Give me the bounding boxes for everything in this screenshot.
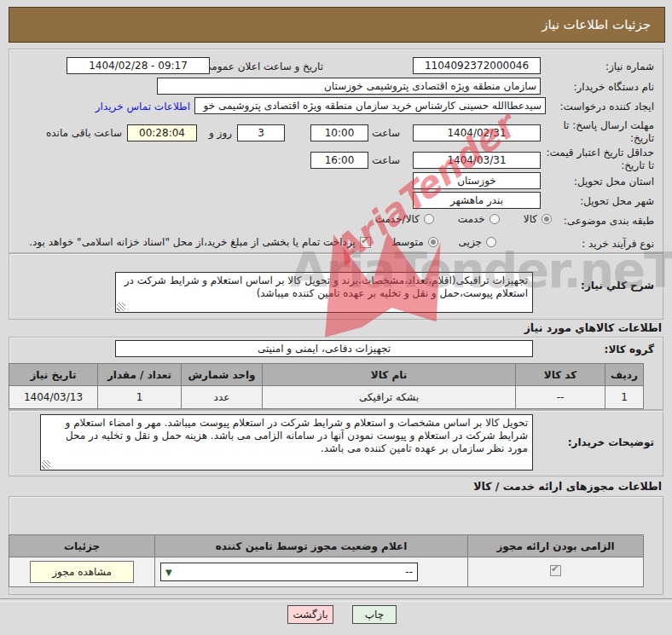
deadline-hour-label: ساعت bbox=[372, 127, 400, 139]
treasury-note-option: پرداخت تمام یا بخشی از مبلغ خرید،از محل … bbox=[29, 236, 371, 248]
buyer-contact-link[interactable]: اطلاعات تماس خریدار bbox=[96, 101, 190, 113]
radio-service-label: خدمت bbox=[458, 213, 485, 225]
city-field[interactable]: بندر ماهشهر bbox=[413, 192, 541, 209]
resize-grip-icon[interactable] bbox=[42, 460, 50, 469]
license-cell-status: -- ▼ bbox=[155, 557, 468, 587]
deadline-time-field[interactable]: 10:00 bbox=[310, 124, 368, 141]
page-title: جزئیات اطلاعات نیاز bbox=[542, 17, 664, 32]
goods-table-row: 1 -- بشکه ترافیکی عدد 1 1404/03/13 bbox=[9, 386, 644, 409]
deadline-date-field[interactable]: 1404/02/31 bbox=[413, 124, 541, 141]
license-status-value: -- bbox=[405, 566, 413, 578]
goods-table-header-row: ردیف کد کالا نام کالا واحد شمارش تعداد /… bbox=[9, 364, 644, 386]
radio-service-icon[interactable] bbox=[490, 214, 500, 224]
goods-group-field[interactable]: تجهیزات دفاعی، ایمنی و امنیتی bbox=[115, 340, 533, 357]
radio-medium-label: متوسط bbox=[391, 236, 424, 248]
deadline-label: مهلت ارسال پاسخ: تا تاریخ: bbox=[543, 119, 654, 145]
need-description-text: تجهیزات ترافیکی(اقلام،تعداد،مشخصات،برند … bbox=[125, 274, 528, 299]
buyer-org-field[interactable]: سازمان منطقه ویژه اقتصادی پتروشیمی خوزست… bbox=[157, 78, 541, 95]
license-panel: الزامی بودن ارائه مجوز اعلام وضعیت مجوز … bbox=[9, 496, 663, 595]
radio-partial-icon[interactable] bbox=[486, 237, 496, 247]
process-option-partial: جزیی bbox=[459, 236, 496, 248]
buyer-notes-panel: توضیحات خریدار: تحویل کالا بر اساس مشخصا… bbox=[9, 410, 663, 476]
license-required-checkbox[interactable] bbox=[550, 565, 561, 576]
chevron-down-icon: ▼ bbox=[165, 568, 172, 577]
goods-cell-need-date: 1404/03/13 bbox=[9, 386, 98, 409]
license-cell-details: مشاهده مجوز bbox=[9, 557, 155, 587]
goods-header-code: کد کالا bbox=[516, 364, 605, 386]
announce-datetime-label: تاریخ و ساعت اعلان عمومی: bbox=[200, 61, 323, 72]
province-field[interactable]: خوزستان bbox=[413, 172, 541, 189]
goods-cell-code: -- bbox=[516, 386, 605, 409]
deadline-days-field[interactable]: 3 bbox=[237, 124, 285, 141]
price-validity-label: حداقل تاریخ اعتبار قیمت: تا تاریخ: bbox=[543, 147, 654, 172]
creator-label: ایجاد کننده درخواست: bbox=[559, 101, 654, 113]
license-section-title: اطلاعات مجوزهای ارائه خدمت / کالا bbox=[473, 480, 662, 493]
license-table: الزامی بودن ارائه مجوز اعلام وضعیت مجوز … bbox=[9, 534, 644, 587]
goods-header-qty: تعداد / مقدار bbox=[98, 364, 182, 386]
goods-cell-row-no: 1 bbox=[605, 386, 644, 409]
goods-section-title: اطلاعات کالاهاي مورد نیاز bbox=[524, 321, 662, 334]
license-header-status: اعلام وضعیت مجوز توسط تامین کننده bbox=[155, 535, 468, 557]
print-button[interactable]: چاپ bbox=[352, 605, 397, 624]
buyer-notes-textarea[interactable]: تحویل کالا بر اساس مشخصات و استعلام و شر… bbox=[40, 414, 533, 470]
license-header-required: الزامی بودن ارائه مجوز bbox=[468, 535, 644, 557]
classification-label: طبقه بندی موضوعی: bbox=[564, 215, 654, 227]
need-number-label: شماره نیاز: bbox=[605, 61, 654, 72]
title-bar: جزئیات اطلاعات نیاز bbox=[9, 7, 665, 43]
classification-option-service: خدمت bbox=[458, 213, 500, 225]
buyer-notes-label: توضیحات خریدار: bbox=[568, 436, 654, 448]
radio-goods-service-label: کالا/خدمت bbox=[375, 213, 420, 225]
footer-separator bbox=[0, 598, 672, 602]
need-description-label: شرح کلي نیاز: bbox=[581, 280, 654, 292]
goods-cell-name: بشکه ترافیکی bbox=[263, 386, 516, 409]
classification-option-goods-service: کالا/خدمت bbox=[375, 213, 434, 225]
view-license-button[interactable]: مشاهده مجوز bbox=[30, 561, 134, 583]
license-status-select[interactable]: -- ▼ bbox=[160, 563, 418, 581]
goods-header-need-date: تاریخ نیاز bbox=[9, 364, 98, 386]
treasury-checkbox[interactable] bbox=[360, 237, 371, 248]
license-cell-required bbox=[468, 557, 644, 587]
goods-panel: گروه کالا: تجهیزات دفاعی، ایمنی و امنیتی… bbox=[9, 337, 663, 410]
process-type-label: نوع فرآیند خرید : bbox=[582, 238, 654, 250]
need-number-field[interactable]: 1104092372000046 bbox=[413, 57, 541, 74]
goods-cell-qty: 1 bbox=[98, 386, 182, 409]
radio-partial-label: جزیی bbox=[459, 236, 482, 248]
process-type-options: جزیی متوسط پرداخت تمام یا بخشی از مبلغ خ… bbox=[29, 236, 496, 248]
announce-datetime-field[interactable]: 1404/02/28 - 09:17 bbox=[67, 57, 210, 74]
license-header-details: جزئیات bbox=[9, 535, 155, 557]
creator-field[interactable]: سیدعطاالله حسینی کارشناس خرید سازمان منط… bbox=[194, 97, 546, 114]
price-validity-date-field[interactable]: 1404/03/31 bbox=[413, 152, 541, 169]
countdown-label: ساعت باقی مانده bbox=[46, 127, 122, 139]
goods-header-row-no: ردیف bbox=[605, 364, 644, 386]
goods-header-unit: واحد شمارش bbox=[182, 364, 263, 386]
countdown-field: 00:28:04 bbox=[127, 124, 197, 141]
province-label: استان محل تحویل: bbox=[574, 176, 654, 188]
radio-medium-icon[interactable] bbox=[428, 237, 438, 247]
city-label: شهر محل تحویل: bbox=[580, 195, 654, 207]
radio-goods-label: کالا bbox=[524, 213, 537, 225]
goods-header-name: نام کالا bbox=[263, 364, 516, 386]
days-and-label: روز و bbox=[209, 127, 232, 139]
resize-grip-icon[interactable] bbox=[117, 303, 125, 311]
goods-group-label: گروه کالا: bbox=[605, 343, 654, 355]
price-validity-time-field[interactable]: 16:00 bbox=[310, 152, 368, 169]
price-validity-hour-label: ساعت bbox=[372, 154, 400, 166]
main-form-panel: شماره نیاز: 1104092372000046 تاریخ و ساع… bbox=[9, 49, 663, 253]
buyer-org-label: نام دستگاه خریدار: bbox=[574, 81, 655, 93]
license-table-row: -- ▼ مشاهده مجوز bbox=[9, 557, 644, 587]
treasury-note-label: پرداخت تمام یا بخشی از مبلغ خرید،از محل … bbox=[29, 236, 356, 248]
radio-goods-icon[interactable] bbox=[542, 214, 552, 224]
need-description-textarea[interactable]: تجهیزات ترافیکی(اقلام،تعداد،مشخصات،برند … bbox=[115, 272, 533, 313]
need-details-page: جزئیات اطلاعات نیاز شماره نیاز: 11040923… bbox=[0, 0, 672, 635]
classification-option-goods: کالا bbox=[524, 213, 552, 225]
goods-table: ردیف کد کالا نام کالا واحد شمارش تعداد /… bbox=[9, 363, 644, 409]
process-option-medium: متوسط bbox=[391, 236, 438, 248]
classification-options: کالا خدمت کالا/خدمت bbox=[375, 213, 552, 225]
license-table-header-row: الزامی بودن ارائه مجوز اعلام وضعیت مجوز … bbox=[9, 535, 644, 557]
goods-cell-unit: عدد bbox=[182, 386, 263, 409]
buyer-notes-text: تحویل کالا بر اساس مشخصات و استعلام و شر… bbox=[66, 417, 528, 454]
back-button[interactable]: بازگشت bbox=[287, 605, 333, 624]
need-description-panel: شرح کلي نیاز: تجهیزات ترافیکی(اقلام،تعدا… bbox=[9, 253, 663, 320]
radio-goods-service-icon[interactable] bbox=[424, 214, 434, 224]
